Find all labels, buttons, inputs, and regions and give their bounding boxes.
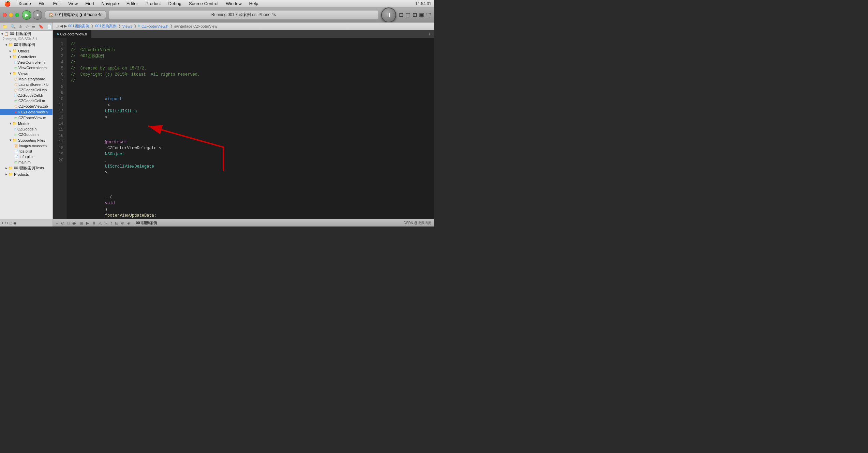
nav-search-icon[interactable]: 🔍	[10, 24, 17, 30]
menu-window[interactable]: Window	[225, 0, 243, 7]
editor-bottom-icon-8[interactable]: ⊕	[121, 221, 124, 225]
add-icon[interactable]: +	[1, 221, 4, 225]
nav-item-controllers[interactable]: ▾ 📁 Controllers	[0, 54, 53, 60]
nav-bottom-icon-3[interactable]: ◉	[13, 221, 17, 225]
nav-item-root-project[interactable]: ▾ 📋 001团购案例	[0, 31, 53, 37]
menu-find[interactable]: Find	[84, 0, 95, 7]
nav-item-czgoodscellxib[interactable]: ⬡ CZGoodsCell.xib	[0, 87, 53, 93]
editor-bottom-icon-4[interactable]: △	[99, 221, 102, 225]
h-icon-small: h	[138, 24, 140, 28]
menu-editor[interactable]: Editor	[125, 0, 139, 7]
bottom-status-bar: + ⊙ □ ◉ ⊞ ▶ ⏸ △ ▽ ↕ ⊟ ⊕ ◈ 001团购案例 CSDN @…	[53, 219, 434, 226]
nav-item-czfooterviewm[interactable]: m CZFooterView.m	[0, 115, 53, 121]
nav-warning-icon[interactable]: ⚠	[18, 24, 24, 30]
nav-item-products[interactable]: ▸ 📁 Products	[0, 171, 53, 177]
breadcrumb-group[interactable]: 001团购案例	[95, 24, 116, 29]
nav-label-czfooterviewm: CZFooterView.m	[18, 116, 46, 120]
menu-source-control[interactable]: Source Control	[188, 0, 220, 7]
nav-vcs-icon[interactable]: ◇	[25, 24, 30, 30]
editor-bottom-icon-5[interactable]: ▽	[104, 221, 107, 225]
nav-forward-icon[interactable]: ▶	[64, 24, 67, 28]
editor-bottom-icon-6[interactable]: ↕	[110, 221, 112, 225]
editor-bottom-icon-7[interactable]: ⊟	[115, 221, 118, 225]
breadcrumb-folder[interactable]: Views	[122, 24, 132, 28]
m-file-icon: m	[14, 116, 17, 120]
nav-item-czgoodscellm[interactable]: m CZGoodsCell.m	[0, 98, 53, 104]
line-num-10: 10	[56, 96, 63, 102]
editor-bottom-icon-1[interactable]: ⊞	[80, 221, 83, 225]
nav-item-others[interactable]: ▸ 📁 Others	[0, 48, 53, 54]
bottom-icon-add[interactable]: +	[56, 220, 58, 226]
line-num-20: 20	[56, 157, 63, 163]
close-button[interactable]	[3, 13, 7, 17]
breadcrumb-project[interactable]: 001团购案例	[68, 24, 89, 29]
bottom-icon-2[interactable]: □	[67, 221, 70, 225]
menu-navigate[interactable]: Navigate	[100, 0, 120, 7]
menu-help[interactable]: Help	[248, 0, 260, 7]
line-num-6: 6	[56, 72, 63, 78]
line-num-13: ●13	[56, 114, 63, 121]
menu-file[interactable]: File	[37, 0, 47, 7]
maximize-button[interactable]	[15, 13, 19, 17]
code-editor[interactable]: 1 2 3 4 5 6 7 8 9 10 11 12 ●13	[53, 38, 434, 219]
nav-report-icon[interactable]: 📄	[46, 24, 53, 30]
stop-button[interactable]: ■	[33, 10, 42, 20]
breadcrumb-file[interactable]: CZFooterView.h	[141, 24, 168, 28]
nav-item-czfooterviewxib[interactable]: ⬡ CZFooterView.xib	[0, 104, 53, 109]
nav-item-images[interactable]: 🖼 Images.xcassets	[0, 143, 53, 149]
nav-item-mainm[interactable]: m main.m	[0, 159, 53, 165]
layout-icon-4[interactable]: ▣	[419, 12, 424, 18]
nav-item-mainstoryboard[interactable]: ⬡ Main.storyboard	[0, 76, 53, 82]
line-num-8: 8	[56, 84, 63, 90]
layout-icon-3[interactable]: ⊞	[413, 12, 417, 18]
nav-folder-icon[interactable]: 📁	[1, 24, 9, 30]
menu-product[interactable]: Product	[144, 0, 162, 7]
nav-item-viewcontrollerm[interactable]: m ViewController.m	[0, 65, 53, 71]
layout-icon-5[interactable]: ⬚	[426, 12, 431, 18]
nav-item-launchscreen[interactable]: ⬡ LaunchScreen.xib	[0, 82, 53, 87]
breadcrumb-symbol[interactable]: @interface CZFooterView	[174, 24, 218, 28]
nav-item-tgsplist[interactable]: 📄 tgs.plist	[0, 149, 53, 154]
minimize-button[interactable]	[9, 13, 13, 17]
nav-label-tgsplist: tgs.plist	[19, 149, 32, 153]
scheme-selector[interactable]: 🏠 001团购案例 ❯ iPhone 4s	[45, 11, 106, 19]
nav-item-tests[interactable]: ▸ 📁 001团购案例Tests	[0, 165, 53, 171]
nav-bottom-icon-2[interactable]: □	[10, 221, 12, 225]
editor-bottom-icon-9[interactable]: ◈	[127, 221, 130, 225]
menu-debug[interactable]: Debug	[167, 0, 183, 7]
add-tab-icon[interactable]: +	[428, 31, 434, 37]
menu-view[interactable]: View	[67, 0, 79, 7]
nav-item-infoplist[interactable]: 📄 Info.plist	[0, 154, 53, 159]
nav-item-views[interactable]: ▾ 📁 Views	[0, 71, 53, 76]
run-button[interactable]: ▶	[22, 10, 31, 20]
apple-menu[interactable]: 🍎	[3, 0, 12, 7]
plist-icon: 📄	[14, 150, 18, 153]
bottom-icon-1[interactable]: ⊙	[61, 221, 64, 225]
nav-item-czgoodsh[interactable]: h CZGoods.h	[0, 126, 53, 132]
pause-button[interactable]: ⏸	[381, 7, 396, 22]
nav-bottom-icon-1[interactable]: ⊙	[5, 221, 8, 225]
tab-czfooterviewh[interactable]: h CZFooterView.h	[53, 30, 91, 38]
bottom-icon-3[interactable]: ◉	[72, 221, 76, 225]
nav-item-models[interactable]: ▾ 📁 Models	[0, 121, 53, 126]
nav-item-supporting[interactable]: ▾ 📁 Supporting Files	[0, 137, 53, 143]
nav-back-icon[interactable]: ◀	[60, 24, 63, 28]
code-content[interactable]: // // CZFooterView.h // 001团购案例 // // Cr…	[66, 38, 434, 219]
breadcrumb-sep-1: ❯	[91, 24, 94, 28]
line-num-14: 14	[56, 121, 63, 127]
layout-icon-1[interactable]: ⊟	[399, 12, 403, 18]
nav-item-czgoodscellh[interactable]: h CZGoodsCell.h	[0, 93, 53, 98]
nav-item-czfooterviewh[interactable]: ● h CZFooterView.h	[0, 109, 53, 115]
h-file-icon: h	[14, 94, 16, 97]
menu-edit[interactable]: Edit	[52, 0, 62, 7]
nav-list-icon[interactable]: ☰	[31, 24, 36, 30]
nav-bookmark-icon[interactable]: 🔖	[38, 24, 45, 30]
menu-xcode[interactable]: Xcode	[17, 0, 32, 7]
editor-bottom-icon-3[interactable]: ⏸	[92, 221, 96, 225]
editor-bottom-icon-2[interactable]: ▶	[86, 221, 89, 225]
nav-item-viewcontrollerh[interactable]: h ViewController.h	[0, 60, 53, 65]
layout-icon-2[interactable]: ◫	[405, 12, 410, 18]
editor-mode-icon[interactable]: ⊞	[56, 24, 59, 28]
nav-item-app-group[interactable]: ▾ 📁 001团购案例	[0, 42, 53, 48]
nav-item-czgoodsm[interactable]: m CZGoods.m	[0, 132, 53, 137]
